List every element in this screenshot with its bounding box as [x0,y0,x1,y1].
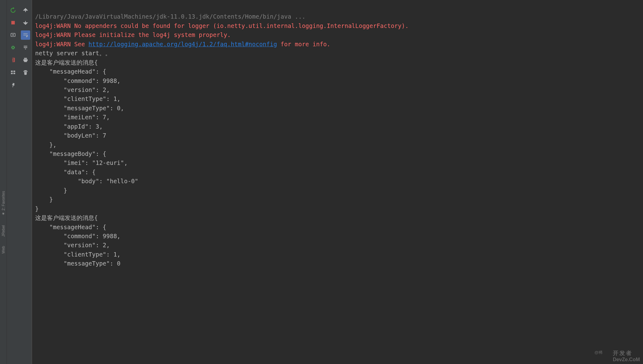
json-line: "commond": 9988, [35,233,121,239]
json-line: "body": "hello-0" [35,178,138,184]
json-line: } [35,187,67,194]
svg-rect-6 [11,73,13,74]
json-line: "clientType": 1, [35,95,121,102]
soft-wrap-button[interactable] [21,30,30,40]
toolbar-column-left [7,0,19,364]
layout-button[interactable] [8,68,18,77]
scroll-to-end-button[interactable] [21,43,30,52]
json-line: "messageHead": { [35,224,106,230]
client-msg-1-header: 这是客户端发送的消息{ [35,59,98,66]
sidebar-favorites[interactable]: ★ 2: Favorites [1,191,6,216]
watermark-user: @稀 [594,350,603,355]
log4j-warn-3-suffix: for more info. [277,41,331,48]
exit-button[interactable] [8,55,18,65]
log4j-faq-link[interactable]: http://logging.apache.org/log4j/1.2/faq.… [89,41,277,48]
watermark-line2: DevZe.CoM [613,357,640,362]
console-output[interactable]: /Library/Java/JavaVirtualMachines/jdk-11… [32,0,643,364]
pin-button[interactable] [8,80,18,89]
json-line: "bodyLen": 7 [35,132,106,139]
console-text: /Library/Java/JavaVirtualMachines/jdk-11… [32,0,643,271]
svg-rect-4 [11,71,13,72]
watermark-line1: 开发者 [613,349,640,357]
toolbar-column-right [19,0,32,364]
print-button[interactable] [21,55,30,65]
log4j-warn-1: log4j:WARN No appenders could be found f… [35,22,409,29]
json-line: "version": 2, [35,242,110,248]
clear-all-button[interactable] [21,68,30,77]
json-line: "imei": "12-euri", [35,159,127,166]
svg-point-2 [12,34,14,36]
java-command-line: /Library/Java/JavaVirtualMachines/jdk-11… [35,13,305,20]
stop-button[interactable] [8,18,18,27]
json-line: "data": { [35,169,95,175]
sidebar-web[interactable]: Web [1,246,6,253]
json-line: "messageType": 0 [35,260,121,267]
up-button[interactable] [21,6,30,15]
debug-button[interactable] [8,43,18,52]
down-button[interactable] [21,18,30,27]
json-line: "clientType": 1, [35,251,121,258]
watermark-logo: 开发者 DevZe.CoM [613,349,640,362]
json-line: "commond": 9988, [35,77,121,84]
dump-threads-button[interactable] [8,30,18,40]
log4j-warn-3-prefix: log4j:WARN See [35,41,89,48]
log4j-warn-2: log4j:WARN Please initialize the log4j s… [35,31,231,38]
rerun-button[interactable] [8,6,18,15]
run-tool-window-toolbar [7,0,32,364]
client-msg-2-header: 这是客户端发送的消息{ [35,214,98,221]
json-line: "imeiLen": 7, [35,114,110,121]
ide-left-sidebar: ★ 2: Favorites JRebel Web [0,0,7,364]
json-line: "messageHead": { [35,68,106,75]
json-line: } [35,205,39,212]
svg-rect-0 [11,21,15,24]
json-line: "messageType": 0, [35,105,124,111]
json-line: }, [35,141,57,148]
svg-rect-5 [13,71,15,72]
json-line: "appId": 3, [35,123,103,130]
json-line: "version": 2, [35,86,110,93]
sidebar-jrebel[interactable]: JRebel [1,225,6,237]
json-line: } [35,196,53,203]
svg-rect-7 [13,73,15,74]
json-line: "messageBody": { [35,150,106,157]
server-start-msg: netty server start。。 [35,50,111,57]
